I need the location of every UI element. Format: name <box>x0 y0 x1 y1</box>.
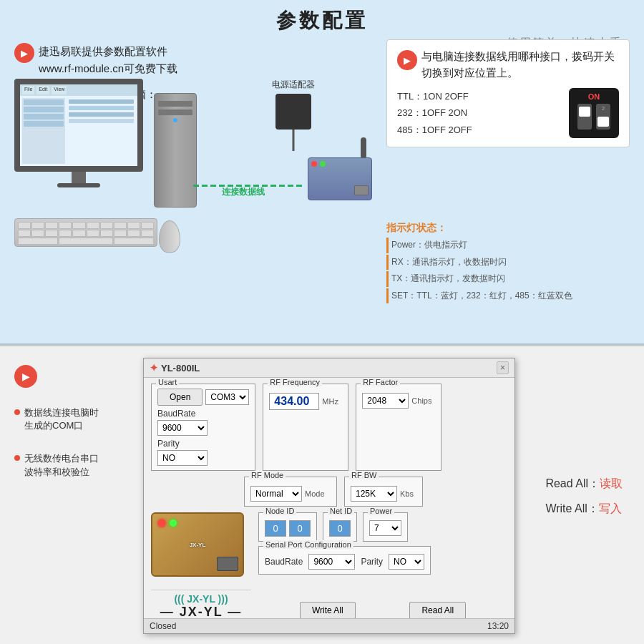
status-closed: Closed <box>150 621 176 631</box>
antenna <box>361 137 366 159</box>
read-write-labels: Read All：读取 Write All：写入 <box>545 471 623 521</box>
monitor-base <box>57 183 100 187</box>
page-title: 参数配置 <box>14 7 630 34</box>
mouse <box>159 220 180 253</box>
window-row-1: Usart Open COM3 BaudRate 9600 <box>151 384 507 471</box>
brand-wave: ((( JX-YL ))) <box>151 593 251 605</box>
window-body: Usart Open COM3 BaudRate 9600 <box>144 378 514 636</box>
rf-mode-group: RF Mode Normal Mode <box>244 477 337 507</box>
arrow-icon-3 <box>397 50 417 70</box>
window-icon: ✦ <box>150 362 158 374</box>
arrow-icon-4 <box>14 365 37 388</box>
window-titlebar: ✦ YL-800IL × <box>144 358 514 378</box>
net-id-group: Net ID 0 <box>323 512 357 542</box>
right-connection-panel: 与电脑连接数据线用哪种接口，拨码开关切换到对应位置上。 TTL：1ON 2OFF… <box>386 39 630 147</box>
write-all-label: 写入 <box>599 502 622 514</box>
read-all-button[interactable]: Read All <box>409 602 466 619</box>
tower-pc <box>154 93 197 208</box>
read-all-label: 读取 <box>600 477 623 489</box>
factor-select[interactable]: 2048 <box>362 393 409 409</box>
net-id-val: 0 <box>329 520 351 537</box>
indicator-section: 指示灯状态： Power：供电指示灯 RX：通讯指示灯，收数据时闪 TX：通讯指… <box>386 222 630 305</box>
dip-switch-2: 2 <box>596 104 610 130</box>
monitor-screen: File Edit View <box>14 79 143 172</box>
window-title: YL-800IL <box>161 363 200 374</box>
bottom-left-labels: 数据线连接电脑时 生成的COM口 无线数传电台串口 波特率和校验位 <box>14 358 129 634</box>
connector-port <box>217 557 238 571</box>
window-close-button[interactable]: × <box>497 361 509 374</box>
software-window: ✦ YL-800IL × Usart Open COM3 <box>143 358 515 634</box>
info-item-1: 捷迅易联提供参数配置软件 www.rf-module.cn可免费下载 <box>14 43 258 77</box>
bottom-left-item-2: 无线数传电台串口 波特率和校验位 <box>14 452 129 478</box>
write-all-button[interactable]: Write All <box>300 602 356 619</box>
node-id-val1: 0 <box>265 520 286 537</box>
brand-name: — JX-YL — <box>151 605 251 620</box>
sp-baudrate-select[interactable]: 9600 <box>308 554 355 570</box>
status-time: 13:20 <box>487 621 509 631</box>
dip-switch-area: TTL：1ON 2OFF 232：1OFF 2ON 485：1OFF 2OFF … <box>397 88 619 138</box>
dot-2 <box>14 455 20 461</box>
node-id-val2: 0 <box>289 520 311 537</box>
serial-port-group: Serial Port Configuration BaudRate 9600 … <box>258 546 431 575</box>
dip-info: TTL：1ON 2OFF 232：1OFF 2ON 485：1OFF 2OFF <box>397 88 562 138</box>
rf-bw-group: RF BW 125K Kbs <box>344 477 423 507</box>
right-panel-header: 与电脑连接数据线用哪种接口，拨码开关切换到对应位置上。 <box>397 49 619 81</box>
info-item-1-text: 捷迅易联提供参数配置软件 www.rf-module.cn可免费下载 <box>39 43 177 77</box>
monitor-stand <box>72 172 86 183</box>
rf-frequency-group: RF Frequency 434.00 MHz <box>263 384 348 471</box>
freq-value: 434.00 <box>269 393 319 410</box>
led-red <box>158 519 165 527</box>
com-select[interactable]: COM3 <box>205 389 249 405</box>
sp-parity-select[interactable]: NO <box>389 554 424 570</box>
device-module-display: JX-YL <box>151 512 251 584</box>
window-row-3: JX-YL Node ID 0 0 <box>151 512 507 584</box>
computer-illustration: File Edit View <box>14 79 215 250</box>
parity-select[interactable]: NO <box>157 450 208 466</box>
adapter-body <box>275 94 311 130</box>
mode-select[interactable]: Normal <box>250 486 302 502</box>
power-adapter-area: 电源适配器 <box>272 79 315 130</box>
dip-switch-visual: ON 1 2 <box>569 88 619 138</box>
bw-select[interactable]: 125K <box>351 486 397 502</box>
bottom-section: 数据线连接电脑时 生成的COM口 无线数传电台串口 波特率和校验位 ✦ YL-8… <box>0 345 644 644</box>
baudrate-select[interactable]: 9600 <box>157 420 208 436</box>
dot-1 <box>14 409 20 415</box>
open-button[interactable]: Open <box>157 389 203 406</box>
bottom-left-item-1: 数据线连接电脑时 生成的COM口 <box>14 406 129 432</box>
usart-group: Usart Open COM3 BaudRate 9600 <box>151 384 255 471</box>
top-section: 参数配置 使用简单，快速上手 捷迅易联提供参数配置软件 www.rf-modul… <box>0 0 644 343</box>
keyboard <box>14 218 157 247</box>
dip-switch-1: 1 <box>577 104 592 130</box>
node-id-group: Node ID 0 0 <box>258 512 317 542</box>
data-cable <box>193 185 304 187</box>
radio-device <box>308 157 372 200</box>
window-statusbar: Closed 13:20 <box>144 618 514 633</box>
power-group: Power 7 <box>363 512 408 542</box>
led-green <box>170 519 177 527</box>
power-select[interactable]: 7 <box>369 520 401 536</box>
monitor: File Edit View <box>14 79 143 187</box>
window-row-2: RF Mode Normal Mode RF BW 125K <box>244 477 507 507</box>
arrow-icon-1 <box>14 43 34 63</box>
cable-label: 连接数据线 <box>222 186 265 198</box>
rf-factor-group: RF Factor 2048 Chips <box>356 384 441 471</box>
